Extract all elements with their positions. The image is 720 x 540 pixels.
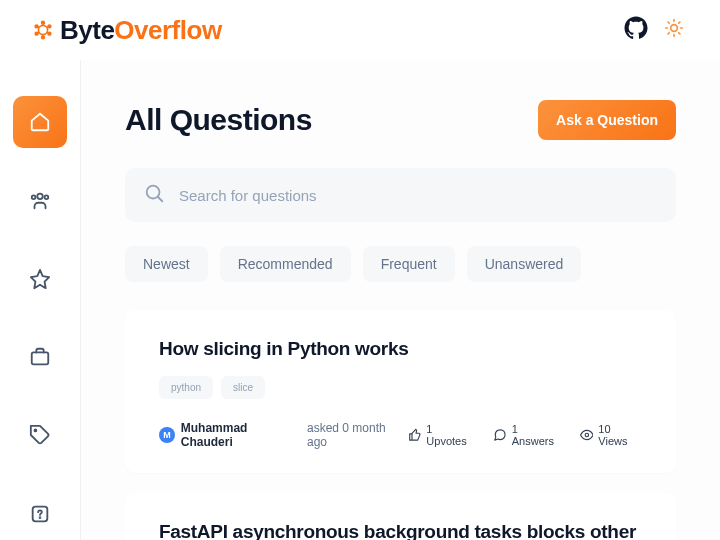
- stat-upvotes[interactable]: 1 Upvotes: [408, 423, 475, 447]
- sidebar-item-help[interactable]: [13, 488, 67, 540]
- filter-newest[interactable]: Newest: [125, 246, 208, 282]
- search-bar[interactable]: [125, 168, 676, 222]
- search-input[interactable]: [179, 187, 658, 204]
- tag[interactable]: slice: [221, 376, 265, 399]
- main-content: All Questions Ask a Question Newest Reco…: [80, 60, 720, 540]
- sidebar-item-home[interactable]: [13, 96, 67, 148]
- svg-point-0: [38, 25, 47, 34]
- svg-point-8: [37, 194, 43, 200]
- filter-unanswered[interactable]: Unanswered: [467, 246, 582, 282]
- sidebar-item-collections[interactable]: [13, 253, 67, 305]
- svg-point-7: [671, 25, 678, 32]
- theme-toggle-icon[interactable]: [664, 18, 684, 42]
- svg-point-12: [35, 430, 37, 432]
- logo[interactable]: ByteOverflow: [32, 15, 222, 46]
- search-icon: [143, 182, 165, 208]
- ask-question-button[interactable]: Ask a Question: [538, 100, 676, 140]
- sidebar: [0, 60, 80, 540]
- svg-point-9: [32, 196, 36, 200]
- question-tags: python slice: [159, 376, 642, 399]
- svg-rect-11: [32, 353, 49, 365]
- question-title: FastAPI asynchronous background tasks bl…: [159, 521, 642, 540]
- page-title: All Questions: [125, 103, 312, 137]
- question-stats: 1 Upvotes 1 Answers 10 Views: [408, 423, 642, 447]
- filters: Newest Recommended Frequent Unanswered: [125, 246, 676, 282]
- avatar: M: [159, 427, 175, 443]
- eye-icon: [580, 428, 594, 442]
- filter-frequent[interactable]: Frequent: [363, 246, 455, 282]
- sidebar-item-jobs[interactable]: [13, 331, 67, 383]
- stat-answers[interactable]: 1 Answers: [493, 423, 562, 447]
- filter-recommended[interactable]: Recommended: [220, 246, 351, 282]
- svg-point-14: [40, 517, 41, 518]
- logo-icon: [32, 19, 54, 41]
- svg-point-10: [45, 196, 49, 200]
- question-card[interactable]: FastAPI asynchronous background tasks bl…: [125, 493, 676, 540]
- tag[interactable]: python: [159, 376, 213, 399]
- github-icon[interactable]: [624, 16, 648, 44]
- message-icon: [493, 428, 507, 442]
- svg-point-15: [147, 186, 160, 199]
- logo-text: ByteOverflow: [60, 15, 222, 46]
- author-name: Muhammad Chauderi: [181, 421, 301, 449]
- question-title: How slicing in Python works: [159, 338, 642, 360]
- thumbs-up-icon: [408, 428, 422, 442]
- svg-point-16: [585, 433, 588, 436]
- stat-views[interactable]: 10 Views: [580, 423, 642, 447]
- question-card[interactable]: How slicing in Python works python slice…: [125, 310, 676, 473]
- sidebar-item-community[interactable]: [13, 174, 67, 226]
- sidebar-item-tags[interactable]: [13, 409, 67, 461]
- asked-time: asked 0 month ago: [307, 421, 408, 449]
- question-author[interactable]: M Muhammad Chauderi asked 0 month ago: [159, 421, 408, 449]
